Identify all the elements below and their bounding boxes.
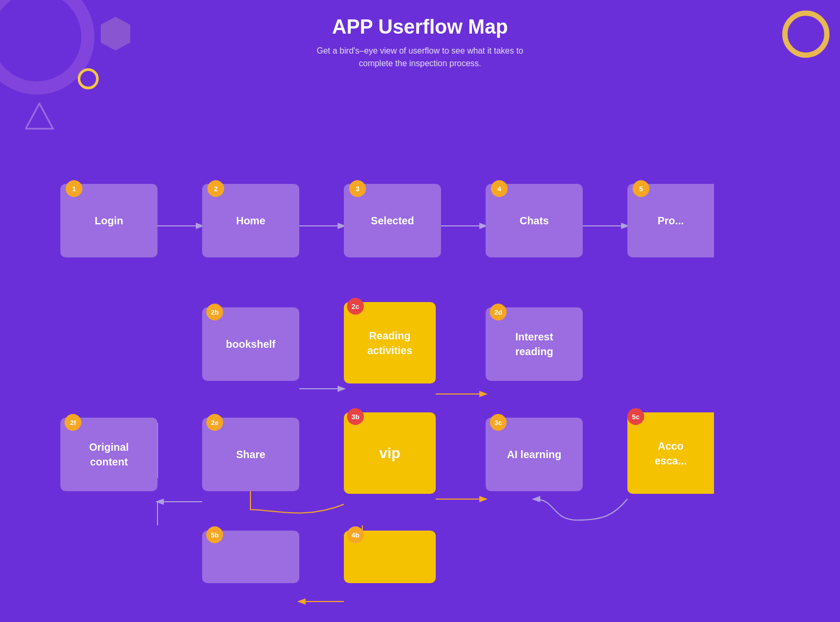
badge-5b: 5b xyxy=(206,526,223,543)
badge-3: 3 xyxy=(349,180,366,197)
page-subtitle: Get a bird's–eye view of userflow to see… xyxy=(0,45,840,70)
badge-2f: 2f xyxy=(65,414,81,431)
badge-2b: 2b xyxy=(206,304,223,320)
badge-2e: 2e xyxy=(206,414,223,431)
badge-5c: 5c xyxy=(627,408,644,425)
badge-2c: 2c xyxy=(347,298,364,315)
badge-2: 2 xyxy=(207,180,224,197)
badge-4b: 4b xyxy=(347,526,364,543)
badge-5: 5 xyxy=(633,180,649,197)
badge-4: 4 xyxy=(491,180,508,197)
page-title: APP Userflow Map xyxy=(0,16,840,38)
badge-2d: 2d xyxy=(490,304,507,320)
node-5c[interactable]: Accoesca... xyxy=(627,412,714,494)
badge-3c: 3c xyxy=(490,414,507,431)
badge-1: 1 xyxy=(66,180,82,197)
flow-diagram: Login 1 Home 2 Selected 3 Chats 4 Pro...… xyxy=(0,84,840,622)
header: APP Userflow Map Get a bird's–eye view o… xyxy=(0,16,840,70)
badge-3b: 3b xyxy=(347,408,364,425)
